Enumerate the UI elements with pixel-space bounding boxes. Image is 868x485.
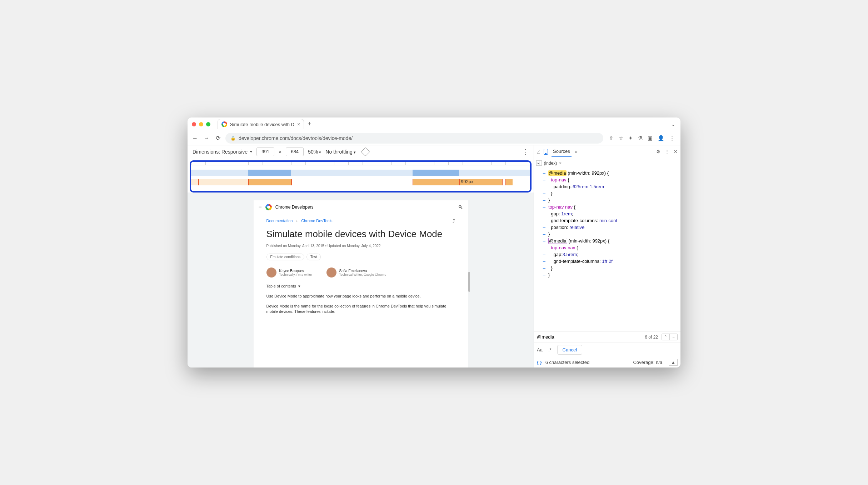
close-devtools-button[interactable]: ✕ <box>674 149 678 154</box>
crumb-documentation[interactable]: Documentation <box>266 219 293 223</box>
dimensions-dropdown[interactable]: Dimensions: Responsive <box>193 149 252 155</box>
device-viewport: ≡ Chrome Developers 🔍︎ Documentation › C… <box>188 192 534 368</box>
device-toolbar: Dimensions: Responsive × 50% No throttli… <box>188 145 534 158</box>
avatar <box>266 268 276 278</box>
more-tabs-button[interactable]: » <box>575 149 578 154</box>
inspect-element-button[interactable]: ⟀ <box>537 149 540 155</box>
dimension-separator: × <box>279 149 281 155</box>
find-input[interactable] <box>537 334 641 340</box>
side-panel-icon[interactable]: ▣ <box>648 135 653 141</box>
find-next-button[interactable]: ⌄ <box>670 334 677 340</box>
settings-gear-icon[interactable]: ⚙ <box>656 149 660 154</box>
back-button[interactable]: ← <box>191 135 199 141</box>
share-icon[interactable]: ⇧ <box>609 135 614 141</box>
code-editor[interactable]: –@media (min-width: 992px) {– top-nav {–… <box>534 168 680 331</box>
media-bar-orange-2[interactable] <box>413 179 502 185</box>
coverage-status: Coverage: n/a <box>633 360 662 365</box>
window-close-button[interactable] <box>192 122 196 126</box>
media-tick <box>248 179 249 185</box>
regex-toggle[interactable]: .* <box>548 347 552 352</box>
share-icon[interactable]: ⤴ <box>453 218 455 224</box>
throttling-dropdown[interactable]: No throttling <box>325 149 355 155</box>
cancel-button[interactable]: Cancel <box>557 345 582 355</box>
width-input[interactable] <box>256 148 274 156</box>
media-bar-orange-1[interactable] <box>248 179 291 185</box>
rendered-page[interactable]: ≡ Chrome Developers 🔍︎ Documentation › C… <box>254 200 468 368</box>
devtools-menu-button[interactable]: ⋮ <box>665 149 669 154</box>
media-tick <box>505 179 506 185</box>
paragraph: Device Mode is the name for the loose co… <box>254 301 468 316</box>
tag-emulate[interactable]: Emulate conditions <box>266 254 305 260</box>
avatar <box>326 268 336 278</box>
chrome-logo-icon <box>265 204 272 210</box>
media-tick <box>502 179 503 185</box>
page-meta: Published on Monday, April 13, 2015 • Up… <box>254 241 468 251</box>
chrome-favicon-icon <box>221 121 227 127</box>
media-tick <box>413 179 413 185</box>
chevron-right-icon: › <box>296 219 298 223</box>
site-name: Chrome Developers <box>275 205 314 210</box>
close-source-tab[interactable]: × <box>559 161 562 166</box>
labs-icon[interactable]: ⚗ <box>638 135 643 141</box>
table-of-contents[interactable]: Table of contents ▾ <box>254 282 468 291</box>
author-1: Kayce BasquesTechnically, I'm a writer <box>266 268 312 278</box>
tab-title: Simulate mobile devices with D <box>230 122 294 127</box>
new-tab-button[interactable]: + <box>308 120 311 128</box>
chrome-menu-button[interactable]: ⋮ <box>669 135 675 141</box>
crumb-devtools[interactable]: Chrome DevTools <box>301 219 332 223</box>
find-bar: 6 of 22 ⌃ ⌄ <box>534 331 680 342</box>
window-minimize-button[interactable] <box>199 122 203 126</box>
url-input[interactable]: 🔒 developer.chrome.com/docs/devtools/dev… <box>225 133 603 144</box>
device-toolbar-menu[interactable]: ⋮ <box>522 148 529 156</box>
find-count: 6 of 22 <box>645 335 658 340</box>
search-icon[interactable]: 🔍︎ <box>458 204 463 210</box>
tag-test[interactable]: Test <box>306 254 321 260</box>
lock-icon: 🔒 <box>230 136 236 141</box>
find-prev-button[interactable]: ⌃ <box>662 334 670 340</box>
extensions-icon[interactable]: ✦ <box>628 135 633 141</box>
drawer-toggle-button[interactable]: ▲ <box>669 359 678 366</box>
sources-tab[interactable]: Sources <box>552 146 572 157</box>
height-input[interactable] <box>286 148 304 156</box>
debugger-play-icon[interactable]: ▸| <box>536 160 542 166</box>
author-2: Sofia EmelianovaTechnical Writer, Google… <box>326 268 386 278</box>
media-query-label: 992px <box>461 179 473 184</box>
media-tick <box>291 179 292 185</box>
pretty-print-icon[interactable]: { } <box>537 360 542 365</box>
url-text: developer.chrome.com/docs/devtools/devic… <box>239 135 353 141</box>
forward-button[interactable]: → <box>203 135 210 141</box>
media-query-bars[interactable]: 992px <box>190 160 532 192</box>
close-tab-button[interactable]: × <box>297 121 300 127</box>
match-case-toggle[interactable]: Aa <box>537 347 543 352</box>
profile-icon[interactable]: 👤 <box>658 135 664 141</box>
devtools-panel: ⟀ Sources » ⚙ ⋮ ✕ ▸| (index) × –@media (… <box>534 145 680 368</box>
ruler <box>191 162 530 165</box>
rotate-button[interactable] <box>361 147 370 156</box>
media-bar-blue-1[interactable] <box>248 170 291 176</box>
source-tab-index[interactable]: (index) <box>544 161 557 166</box>
media-tick <box>459 179 460 185</box>
media-bar-blue-2[interactable] <box>413 170 459 176</box>
window-zoom-button[interactable] <box>206 122 210 126</box>
zoom-dropdown[interactable]: 50% <box>308 149 321 155</box>
paragraph: Use Device Mode to approximate how your … <box>254 291 468 300</box>
device-toggle-button[interactable] <box>544 149 548 155</box>
hamburger-icon[interactable]: ≡ <box>259 204 262 210</box>
breadcrumb: Documentation › Chrome DevTools ⤴ <box>254 214 468 227</box>
selection-status: 6 characters selected <box>545 360 590 365</box>
bookmark-icon[interactable]: ☆ <box>619 135 623 141</box>
media-tick <box>198 179 199 185</box>
tabs-dropdown-button[interactable]: ⌄ <box>671 121 675 127</box>
address-bar: ← → ⟳ 🔒 developer.chrome.com/docs/devtoo… <box>188 131 680 145</box>
media-bar-orange-light-1[interactable] <box>191 179 248 185</box>
window-titlebar: Simulate mobile devices with D × + ⌄ <box>188 118 680 131</box>
page-title: Simulate mobile devices with Device Mode <box>254 227 468 241</box>
media-bar-orange-3[interactable] <box>505 179 513 185</box>
status-bar: { } 6 characters selected Coverage: n/a … <box>534 357 680 368</box>
reload-button[interactable]: ⟳ <box>214 135 222 141</box>
scrollbar-thumb[interactable] <box>468 272 470 292</box>
media-bar-blue-bg[interactable] <box>191 170 530 176</box>
browser-tab[interactable]: Simulate mobile devices with D × <box>218 119 304 129</box>
